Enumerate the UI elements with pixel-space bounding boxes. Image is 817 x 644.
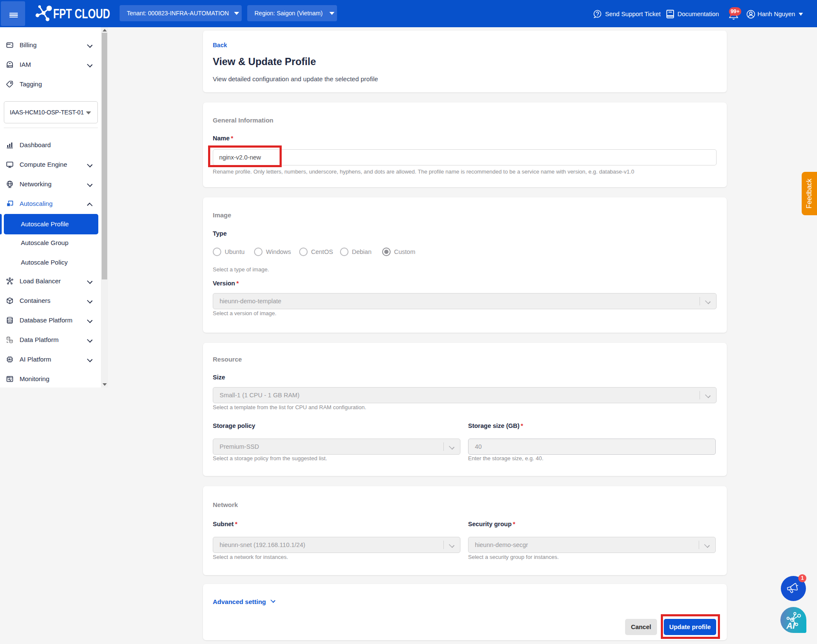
svg-text:AI: AI (786, 621, 795, 630)
